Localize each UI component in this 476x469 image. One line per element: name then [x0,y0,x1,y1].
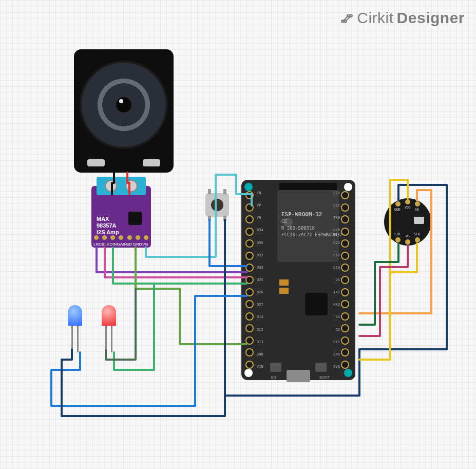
esp32-pinlabels-left: EN VP VN D34 D35 D32 D33 D25 D26 D27 D14… [257,191,272,369]
mic-pin-gnd: GND [394,208,401,212]
mounting-hole-icon [344,369,352,377]
amp-pin-holes [94,235,148,240]
esp32-smd-area [276,277,328,334]
pin-label: D4 [325,315,340,319]
amp-pin-gnd: GND [133,242,142,247]
mic-pin-sd: SD [415,208,419,212]
wire-mic-sck [390,243,417,360]
push-button-leg [223,189,226,194]
led-leg [77,326,79,352]
amp-label-l2: 98357A [97,222,117,229]
pin-label: RX0 [325,228,340,232]
pin-label: D5 [325,278,340,282]
pin-label: D34 [257,228,272,232]
wire-amp-gnd [136,248,246,344]
mounting-hole-icon [344,183,352,191]
wire-ledb-k [62,349,225,416]
push-button-leg [223,216,226,221]
pin-label: VP [257,203,272,208]
pin-label: D14 [257,315,272,319]
pin-label: RX2 [325,303,340,307]
pin-label: D19 [325,253,340,257]
cirkit-logo-icon [340,11,354,25]
esp32-en-button[interactable] [270,363,281,372]
pin-label: D15 [325,340,340,344]
brand-bold: Designer [397,9,465,27]
esp32-pinlabels-right: D23 D22 TX0 RX0 D21 D19 D18 D5 TX2 RX2 D… [325,191,340,369]
pin-label: D35 [257,241,272,245]
pin-label: D32 [257,253,272,257]
pin-label: D18 [325,266,340,270]
push-button[interactable] [205,193,229,217]
brand-thin: Cirkit [357,9,393,27]
amp-pin-vin: Vin [142,242,149,247]
amp-pin-din: DIN [109,242,117,247]
amp-pin-sd: SD [125,242,132,247]
pin-label: D26 [257,290,272,294]
amp-pin-labels: LRC BLK DIN GAIN SD GND Vin [93,242,149,247]
push-button-cap [211,199,223,211]
pin-label: D22 [325,203,340,208]
led-red[interactable] [102,305,116,326]
amp-pin-blk: BLK [102,242,109,247]
amp-screw-terminal [97,177,146,195]
pin-label: D12 [257,328,272,332]
amp-label-l1: MAX [97,216,109,222]
push-button-leg [208,216,211,221]
cirkit-watermark: Cirkit Designer [340,9,465,27]
esp32-pins-right [341,191,351,369]
pin-label: TX2 [325,290,340,294]
pin-label: D2 [325,328,340,332]
pin-label: GND [325,352,340,357]
mic-pin-sck: SCK [414,232,420,236]
wire-amp-vin [146,175,252,257]
mic-pin-lr: L/R [394,232,401,236]
mounting-hole-icon [244,183,253,191]
speaker-foot-left [87,159,105,166]
led-leg [111,326,112,352]
pin-label: 3V3 [325,365,340,369]
speaker-dustcap [116,97,131,112]
esp32-boot-label: BOOT [319,376,330,379]
esp32-boot-button[interactable] [315,363,327,372]
amp-label: MAX 98357A I2S Amp [97,216,119,236]
amp-pin-gain: GAIN [117,242,125,247]
wire-amp-blk [105,248,246,277]
wire-amp-din [113,248,246,284]
led-blue[interactable] [68,305,82,326]
mems-chip-icon [414,217,424,224]
led-leg [105,326,107,348]
circuit-canvas[interactable]: Cirkit Designer MAX 98357A I2S Amp LRC B… [0,0,476,469]
amp-label-l3: I2S Amp [97,229,119,235]
esp32-devkit[interactable]: ESP-WROOM-32 CE R 205-580518 FCCID:2AC72… [241,180,355,380]
pin-label: TX0 [325,216,340,220]
esp32-pins-left [245,191,256,369]
amp-chip-icon [128,212,142,225]
pin-label: D27 [257,303,272,307]
speaker-component[interactable] [74,49,174,173]
pin-label: GND [257,352,272,357]
wire-mic-lr [359,243,398,325]
pin-label: EN [257,191,272,195]
micro-usb-icon [287,370,310,382]
pin-label: D21 [325,241,340,245]
inmp441-mic[interactable]: GND VDD SD L/R WS SCK [384,198,431,246]
mounting-hole-icon [244,369,253,377]
max98357a-amp[interactable]: MAX 98357A I2S Amp LRC BLK DIN GAIN SD G… [91,186,151,248]
pin-label: D23 [325,191,340,195]
speaker-foot-right [143,159,160,166]
wire-mic-ws [359,246,408,336]
svg-point-3 [350,15,352,17]
pin-label: D13 [257,340,272,344]
mic-pin-ws: WS [406,234,410,238]
wire-ledr-a [114,284,154,370]
amp-pin-lrc: LRC [93,242,102,247]
pin-label: VN [257,216,272,220]
wire-amp-lrc [97,248,246,272]
esp32-en-label: EN [271,376,276,379]
push-button-leg [208,189,211,194]
mic-pin-vdd: VDD [405,205,411,210]
pin-label: D25 [257,278,272,282]
led-leg [71,326,73,348]
pin-label: D33 [257,266,272,270]
